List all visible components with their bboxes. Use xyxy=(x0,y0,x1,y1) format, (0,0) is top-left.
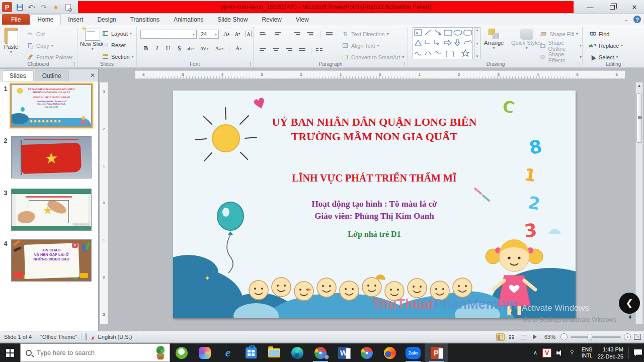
change-case-button[interactable]: Aa▾ xyxy=(215,44,224,53)
help-icon[interactable]: ? xyxy=(633,16,641,23)
zoom-slider-thumb[interactable] xyxy=(588,334,592,340)
italic-button[interactable]: I xyxy=(152,44,162,53)
action-center-icon[interactable] xyxy=(634,349,642,356)
redo-icon[interactable]: ↷ xyxy=(39,3,48,12)
scrollbar-thumb[interactable] xyxy=(636,94,642,143)
quick-styles-button[interactable]: Quick Styles▾ xyxy=(511,29,542,50)
text-direction-button[interactable]: ⇅Text Direction▾ xyxy=(341,29,389,39)
justify-button[interactable] xyxy=(298,46,308,55)
theme-name[interactable]: "Office Theme" xyxy=(40,334,77,340)
zoom-level[interactable]: 63% xyxy=(544,334,555,340)
tab-view[interactable]: View xyxy=(289,14,316,25)
shrink-font-button[interactable]: A▾ xyxy=(233,29,242,38)
taskbar-edge[interactable] xyxy=(286,343,309,362)
layout-button[interactable]: Layout▾ xyxy=(101,28,132,39)
align-center-button[interactable] xyxy=(272,46,282,55)
zoom-slider[interactable] xyxy=(571,336,621,338)
print-preview-icon[interactable] xyxy=(63,3,72,12)
recorder-resize-arrows[interactable]: ▲▼ xyxy=(628,314,632,319)
slide-thumbnail-2[interactable]: 2 ★ xyxy=(0,136,99,178)
bold-button[interactable]: B xyxy=(141,44,150,53)
zoom-out-button[interactable]: − xyxy=(560,333,568,340)
slide-title-line2[interactable]: TRƯỜNG MẦM NON GIA QUẤT xyxy=(173,130,576,143)
taskbar-chrome[interactable] xyxy=(355,343,378,362)
font-color-button[interactable]: A▾ xyxy=(234,44,243,53)
slide-title-line1[interactable]: UỶ BAN NHÂN DÂN QUẬN LONG BIÊN xyxy=(173,116,576,129)
taskbar-word[interactable]: W xyxy=(332,343,355,362)
spellcheck-icon[interactable]: ✗ xyxy=(86,334,94,340)
copy-button[interactable]: Copy▾ xyxy=(26,40,53,51)
tab-slideshow[interactable]: Slide Show xyxy=(210,14,255,25)
decrease-indent-button[interactable] xyxy=(293,30,303,39)
slide-subject-line[interactable]: LĨNH VỰC PHÁT TRIỂN THẨM MĨ xyxy=(173,172,576,184)
close-pane-icon[interactable]: ✕ xyxy=(90,72,95,79)
tab-file[interactable]: File xyxy=(2,14,30,25)
save-icon[interactable] xyxy=(15,3,24,12)
cut-button[interactable]: ✂Cut xyxy=(26,29,45,39)
tray-expand-icon[interactable]: ∧ xyxy=(533,349,537,356)
font-name-combobox[interactable]: ▾ xyxy=(140,30,197,39)
underline-button[interactable]: U xyxy=(164,44,173,53)
grow-font-button[interactable]: A▴ xyxy=(222,29,231,38)
slideshow-view-icon[interactable] xyxy=(531,333,539,341)
numbering-button[interactable] xyxy=(274,30,284,39)
tab-animations[interactable]: Animations xyxy=(167,14,210,25)
tab-insert[interactable]: Insert xyxy=(61,14,90,25)
cupcake-icon[interactable] xyxy=(154,346,167,360)
paragraph-dialog-launcher[interactable] xyxy=(400,62,405,66)
powerpoint-app-icon[interactable]: P xyxy=(2,2,12,12)
format-painter-button[interactable]: Format Painter xyxy=(26,52,73,62)
font-size-combobox[interactable]: 24▾ xyxy=(199,30,219,39)
taskbar-powerpoint[interactable]: P xyxy=(425,343,448,362)
convert-smartart-button[interactable]: Convert to SmartArt▾ xyxy=(341,52,404,62)
align-left-button[interactable] xyxy=(259,46,269,55)
slide-thumbnail-4[interactable]: 4 ♥ XIN CHÀO VÀ HẸN GẶP LẠI Ở NHỮNG VIDE… xyxy=(0,239,99,282)
recorder-overlay-button[interactable]: ❮ xyxy=(619,293,640,314)
shape-fill-button[interactable]: Shape Fill▾ xyxy=(539,29,578,39)
columns-button[interactable] xyxy=(315,46,325,55)
align-right-button[interactable] xyxy=(285,46,295,55)
vertical-ruler[interactable]: 321 012 3 xyxy=(100,82,108,324)
tab-design[interactable]: Design xyxy=(90,14,123,25)
clipboard-dialog-launcher[interactable] xyxy=(70,62,75,66)
taskbar-coccoc[interactable] xyxy=(170,343,193,362)
taskbar-search[interactable] xyxy=(20,343,170,362)
reading-view-icon[interactable] xyxy=(519,333,528,341)
font-dialog-launcher[interactable] xyxy=(246,62,251,66)
reset-button[interactable]: Reset xyxy=(101,40,126,50)
minimize-button[interactable]: — xyxy=(585,4,596,11)
slide-thumbnail-3[interactable]: 3 ★ VideoShow xyxy=(0,189,99,231)
vertical-scrollbar[interactable]: ▲ xyxy=(635,82,643,324)
taskbar-zalo[interactable]: Zalo xyxy=(401,343,425,362)
text-shadow-button[interactable]: S xyxy=(175,44,184,53)
slideshow-from-start-icon[interactable]: ★ xyxy=(51,3,60,12)
paste-button[interactable]: Paste▾ xyxy=(4,28,18,54)
clock[interactable]: 1:43 PM22-Dec-25 xyxy=(598,346,623,360)
language-switcher[interactable]: ENGINTL xyxy=(582,347,593,359)
shape-gallery-scrollbar[interactable]: ▲▾▼ xyxy=(474,27,480,59)
taskbar-file-explorer[interactable] xyxy=(263,343,286,362)
volume-icon[interactable] xyxy=(556,349,564,356)
undo-icon[interactable]: ↶▾ xyxy=(27,3,36,12)
slide-canvas[interactable]: ♥ UỶ BAN NHÂN DÂN QUẬN LONG BIÊN TRƯỜNG … xyxy=(173,90,576,318)
taskbar-firefox[interactable] xyxy=(378,343,401,362)
unikey-icon[interactable]: V xyxy=(542,348,551,357)
find-button[interactable]: Find xyxy=(589,29,609,39)
tab-slides-pane[interactable]: Slides xyxy=(2,70,34,81)
collapse-ribbon-icon[interactable]: ⌄ xyxy=(624,17,628,22)
normal-view-icon[interactable] xyxy=(496,333,505,341)
network-icon[interactable] xyxy=(569,350,577,356)
tab-review[interactable]: Review xyxy=(255,14,288,25)
character-spacing-button[interactable]: AV▾ xyxy=(200,44,209,53)
close-button[interactable]: ✕ xyxy=(629,4,640,11)
strikethrough-button[interactable]: abe xyxy=(186,44,195,53)
shape-effects-button[interactable]: Shape Effects▾ xyxy=(539,52,582,62)
zoom-in-button[interactable]: + xyxy=(624,333,631,340)
tab-outline-pane[interactable]: Outline xyxy=(35,70,69,81)
taskbar-copilot[interactable] xyxy=(193,343,216,362)
shape-outline-button[interactable]: Shape Outline▾ xyxy=(539,40,582,51)
line-spacing-button[interactable] xyxy=(325,30,335,39)
language-indicator[interactable]: English (U.S.) xyxy=(98,334,132,340)
taskbar-chrome-active[interactable] xyxy=(309,343,332,362)
restore-button[interactable] xyxy=(607,4,618,11)
